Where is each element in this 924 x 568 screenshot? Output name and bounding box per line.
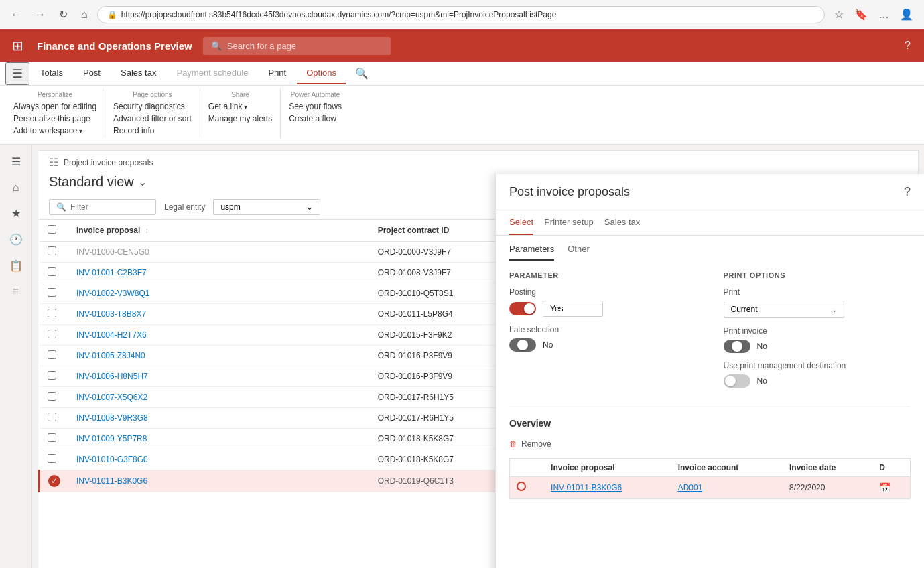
tab-print[interactable]: Print <box>259 62 295 84</box>
invoice-link[interactable]: INV-01004-H2T7X6 <box>76 330 147 340</box>
posting-value-input[interactable]: Yes <box>543 301 603 317</box>
ov-row-radio[interactable] <box>517 482 526 491</box>
ov-account-link[interactable]: AD001 <box>678 483 703 492</box>
post-invoice-dialog: Post invoice proposals ? Select Printer … <box>495 174 924 568</box>
search-input[interactable] <box>227 41 383 51</box>
always-open-editing-item[interactable]: Always open for editing <box>13 101 96 112</box>
print-invoice-label: Print invoice <box>724 326 911 336</box>
invoice-link[interactable]: INV-01010-G3F8G0 <box>76 455 148 464</box>
invoice-link[interactable]: INV-01011-B3K0G6 <box>76 476 147 486</box>
home-nav-icon[interactable]: ⌂ <box>3 176 29 199</box>
tab-totals[interactable]: Totals <box>31 62 72 84</box>
remove-button[interactable]: 🗑 Remove <box>509 437 551 451</box>
print-invoice-toggle[interactable] <box>724 340 750 353</box>
row-checkbox[interactable] <box>48 267 56 276</box>
tab-post[interactable]: Post <box>74 62 110 84</box>
parameter-col: PARAMETER Posting Yes Late selection <box>509 271 697 396</box>
calendar-icon[interactable]: 📅 <box>879 482 890 493</box>
home-button[interactable]: ⌂ <box>77 6 92 23</box>
recent-nav-icon[interactable]: 🕐 <box>3 228 29 251</box>
ov-header-d: D <box>872 459 910 477</box>
dialog-sub-tab-parameters[interactable]: Parameters <box>509 244 554 261</box>
app-search-bar[interactable]: 🔍 <box>203 37 391 55</box>
filter-input[interactable] <box>70 202 149 212</box>
invoice-link[interactable]: INV-01003-T8B8X7 <box>76 309 146 319</box>
row-checkbox[interactable] <box>48 330 56 338</box>
waffle-icon[interactable]: ⊞ <box>9 35 26 56</box>
share-group-label: Share <box>208 91 272 98</box>
address-bar[interactable]: 🔒 https://projopscloudfront s83b54f16dcd… <box>97 6 825 23</box>
ov-invoice-link[interactable]: INV-01011-B3K0G6 <box>551 483 622 492</box>
record-info-item[interactable]: Record info <box>113 125 192 136</box>
list-title-dropdown-icon[interactable]: ⌄ <box>138 175 147 188</box>
dialog-help-icon[interactable]: ? <box>904 185 911 199</box>
advanced-filter-item[interactable]: Advanced filter or sort <box>113 113 192 124</box>
favorites-nav-icon[interactable]: ★ <box>3 202 29 225</box>
refresh-button[interactable]: ↻ <box>55 5 72 23</box>
manage-alerts-item[interactable]: Manage my alerts <box>208 113 272 124</box>
invoice-link[interactable]: INV-01009-Y5P7R8 <box>76 434 147 443</box>
personalize-page-item[interactable]: Personalize this page <box>13 113 96 124</box>
sort-icon[interactable]: ↕ <box>145 227 149 234</box>
use-print-mgmt-toggle[interactable] <box>724 374 750 388</box>
print-dropdown[interactable]: Current ⌄ <box>724 301 844 318</box>
invoice-link[interactable]: INV-01001-C2B3F7 <box>76 268 147 277</box>
row-checkbox[interactable] <box>48 309 56 317</box>
dialog-tab-sales-tax[interactable]: Sales tax <box>604 210 640 235</box>
row-checkbox[interactable] <box>48 392 56 401</box>
create-flow-item[interactable]: Create a flow <box>289 113 342 124</box>
modules-nav-icon[interactable]: ≡ <box>3 280 29 303</box>
tab-sales-tax[interactable]: Sales tax <box>111 62 166 84</box>
legal-entity-value: uspm <box>220 202 240 212</box>
row-checkbox[interactable] <box>48 350 56 359</box>
posting-label: Posting <box>509 287 697 297</box>
params-sections-row: PARAMETER Posting Yes Late selection <box>509 271 911 396</box>
print-dropdown-arrow-icon: ⌄ <box>832 306 837 313</box>
row-checkbox[interactable] <box>48 454 56 463</box>
nav-hamburger-icon[interactable]: ☰ <box>3 150 29 173</box>
posting-toggle[interactable] <box>509 302 536 315</box>
invoice-link[interactable]: INV-01006-H8N5H7 <box>76 372 148 381</box>
tab-options[interactable]: Options <box>297 62 346 84</box>
filter-input-container[interactable]: 🔍 <box>49 199 156 215</box>
dialog-tab-printer-setup[interactable]: Printer setup <box>544 210 594 235</box>
see-flows-item[interactable]: See your flows <box>289 101 342 112</box>
tab-payment-schedule[interactable]: Payment schedule <box>167 62 257 84</box>
hamburger-button[interactable]: ☰ <box>5 62 29 85</box>
remove-label: Remove <box>521 439 551 449</box>
help-icon[interactable]: ? <box>901 37 915 54</box>
overview-actions: 🗑 Remove <box>509 437 911 451</box>
overview-table-row[interactable]: INV-01011-B3K0G6AD0018/22/2020📅 <box>510 477 910 498</box>
security-diagnostics-item[interactable]: Security diagnostics <box>113 101 192 112</box>
browser-more-button[interactable]: … <box>874 5 893 23</box>
ribbon-search-icon[interactable]: 🔍 <box>350 64 374 82</box>
favorites-list-button[interactable]: 🔖 <box>850 5 872 23</box>
back-button[interactable]: ← <box>7 6 25 23</box>
header-icons: ? <box>901 37 915 54</box>
workspaces-nav-icon[interactable]: 📋 <box>3 254 29 277</box>
use-print-mgmt-value: No <box>757 376 767 386</box>
filter-icon[interactable]: ☷ <box>49 156 58 169</box>
late-selection-toggle[interactable] <box>509 338 536 352</box>
dialog-tab-select[interactable]: Select <box>509 210 533 235</box>
legal-entity-label: Legal entity <box>164 202 205 212</box>
ribbon-tab-bar: ☰ Totals Post Sales tax Payment schedule… <box>0 62 924 86</box>
get-link-item[interactable]: Get a link <box>208 101 272 112</box>
row-checkbox[interactable] <box>48 371 56 380</box>
invoice-link[interactable]: INV-01005-Z8J4N0 <box>76 351 145 360</box>
dialog-sub-tab-other[interactable]: Other <box>568 244 590 261</box>
favorites-button[interactable]: ☆ <box>830 5 848 23</box>
main-area: ☰ ⌂ ★ 🕐 📋 ≡ ☷ Project invoice proposals … <box>0 145 924 568</box>
row-checkbox[interactable] <box>48 288 56 297</box>
add-to-workspace-item[interactable]: Add to workspace <box>13 125 96 136</box>
invoice-link[interactable]: INV-01007-X5Q6X2 <box>76 393 147 402</box>
invoice-link[interactable]: INV-01008-V9R3G8 <box>76 413 148 423</box>
row-checkbox[interactable] <box>48 246 56 255</box>
invoice-link[interactable]: INV-01002-V3W8Q1 <box>76 289 149 298</box>
row-checkbox[interactable] <box>48 433 56 442</box>
legal-entity-dropdown[interactable]: uspm ⌄ <box>213 199 320 215</box>
forward-button[interactable]: → <box>31 6 50 23</box>
profile-button[interactable]: 👤 <box>896 5 917 23</box>
row-checkbox[interactable] <box>48 413 56 421</box>
select-all-checkbox[interactable] <box>48 225 56 234</box>
